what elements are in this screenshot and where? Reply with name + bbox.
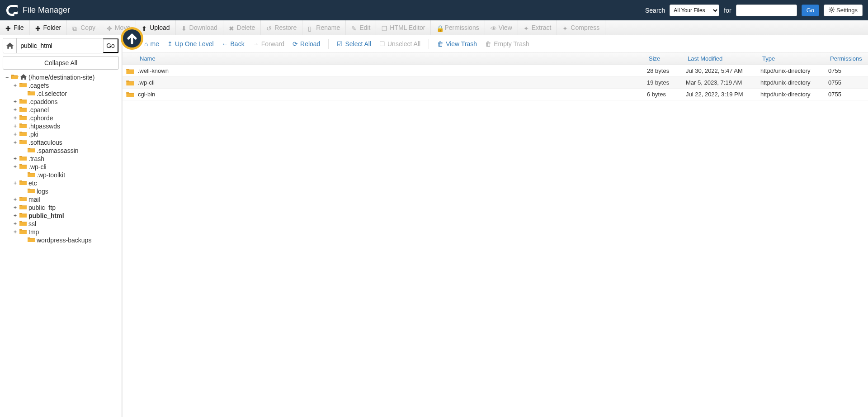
tree-expander[interactable]: + bbox=[13, 139, 18, 146]
tree-label: .cphorde bbox=[28, 114, 53, 122]
tree-label: .trash bbox=[28, 155, 44, 162]
col-name-header[interactable]: Name bbox=[138, 55, 647, 62]
col-size-header[interactable]: Size bbox=[647, 55, 686, 62]
tree-expander[interactable]: + bbox=[13, 204, 18, 211]
tree-item[interactable]: .wp-toolkit bbox=[3, 171, 119, 179]
table-row[interactable]: .well-known28 bytesJul 30, 2022, 5:47 AM… bbox=[123, 65, 868, 77]
tree-item[interactable]: wordpress-backups bbox=[3, 236, 119, 244]
folder-icon bbox=[28, 147, 35, 154]
view-trash-action[interactable]: 🗑 View Trash bbox=[437, 40, 477, 47]
tree-expander[interactable]: + bbox=[13, 107, 18, 113]
tree-expander[interactable]: + bbox=[13, 82, 18, 89]
reload-action[interactable]: ⟳ Reload bbox=[292, 40, 320, 47]
tree-expander[interactable]: + bbox=[13, 164, 18, 170]
toolbar-file-button[interactable]: ✚File bbox=[0, 20, 30, 35]
cell-size: 19 bytes bbox=[647, 79, 686, 86]
tree-item[interactable]: +ssl bbox=[3, 220, 119, 228]
select-all-action[interactable]: ☑ Select All bbox=[337, 40, 371, 47]
tree-label: .pki bbox=[28, 131, 38, 138]
restore-icon: ↺ bbox=[266, 25, 272, 31]
tree-expander[interactable]: + bbox=[13, 156, 18, 162]
folder-open-icon bbox=[11, 74, 19, 81]
tree-expander[interactable]: + bbox=[13, 180, 18, 186]
search-go-button[interactable]: Go bbox=[802, 5, 819, 16]
toolbar-compress-button: ✦Compress bbox=[557, 20, 605, 35]
unselect-all-label: Unselect All bbox=[387, 40, 420, 47]
toolbar-upload-button[interactable]: ⬆Upload bbox=[136, 20, 175, 35]
tree-expander[interactable]: + bbox=[13, 229, 18, 235]
download-icon: ⬇ bbox=[181, 25, 187, 31]
collapse-all-button[interactable]: Collapse All bbox=[3, 56, 119, 70]
tree-item[interactable]: .spamassassin bbox=[3, 147, 119, 155]
plus-icon: ✚ bbox=[5, 25, 11, 31]
gear-icon bbox=[829, 7, 835, 14]
folder-icon bbox=[19, 106, 27, 114]
for-label: for bbox=[724, 7, 731, 14]
col-perm-header[interactable]: Permissions bbox=[828, 55, 868, 62]
tree-expander[interactable]: + bbox=[13, 213, 18, 219]
up-one-level-action[interactable]: ↥ Up One Level bbox=[167, 40, 214, 47]
table-row[interactable]: .wp-cli19 bytesMar 5, 2023, 7:19 AMhttpd… bbox=[123, 77, 868, 89]
tree-label: .htpasswds bbox=[28, 123, 60, 130]
folder-icon bbox=[19, 196, 27, 203]
cell-perm: 0755 bbox=[828, 67, 868, 74]
arrow-left-icon: ← bbox=[222, 40, 228, 47]
search-scope-select[interactable]: All Your Files bbox=[670, 5, 719, 16]
tree-item[interactable]: +.wp-cli bbox=[3, 163, 119, 171]
tree-label: .wp-cli bbox=[28, 163, 47, 171]
tree-expander[interactable]: + bbox=[13, 115, 18, 121]
forward-action[interactable]: → Forward bbox=[253, 40, 284, 47]
path-bar: Go bbox=[3, 38, 119, 53]
col-type-header[interactable]: Type bbox=[760, 55, 828, 62]
tree-item[interactable]: +.cpanel bbox=[3, 106, 119, 114]
col-modified-header[interactable]: Last Modified bbox=[686, 55, 760, 62]
tree-expander[interactable]: + bbox=[13, 221, 18, 227]
home-action[interactable]: ⌂ me bbox=[144, 40, 159, 47]
tree-item[interactable]: +public_ftp bbox=[3, 204, 119, 212]
upload-highlight-badge bbox=[121, 27, 143, 50]
tree-item[interactable]: +public_html bbox=[3, 212, 119, 220]
home-button[interactable] bbox=[3, 38, 17, 53]
tree-label: public_html bbox=[28, 212, 64, 219]
back-action[interactable]: ← Back bbox=[222, 40, 245, 47]
path-go-button[interactable]: Go bbox=[103, 38, 118, 53]
search-input[interactable] bbox=[736, 5, 797, 16]
tree-expander[interactable]: − bbox=[5, 74, 9, 81]
cell-name: cgi-bin bbox=[138, 91, 647, 98]
html-icon: ❐ bbox=[382, 25, 387, 31]
tree-item[interactable]: +.softaculous bbox=[3, 138, 119, 147]
toolbar-edit-button: ✎Edit bbox=[346, 20, 376, 35]
folder-icon bbox=[28, 237, 35, 244]
cell-modified: Jul 30, 2022, 5:47 AM bbox=[686, 67, 760, 74]
tree-label: .softaculous bbox=[28, 139, 62, 146]
tree-expander[interactable]: + bbox=[13, 99, 18, 105]
toolbar-permissions-button: 🔒Permissions bbox=[431, 20, 485, 35]
tree-expander[interactable]: + bbox=[13, 123, 18, 129]
home-action-label: me bbox=[150, 40, 159, 47]
tree-item[interactable]: +.trash bbox=[3, 155, 119, 163]
toolbar-restore-button: ↺Restore bbox=[261, 20, 302, 35]
tree-item[interactable]: −(/home/destination-site) bbox=[3, 73, 119, 81]
tree-item[interactable]: logs bbox=[3, 187, 119, 195]
empty-trash-action[interactable]: 🗑 Empty Trash bbox=[485, 40, 529, 47]
tree-expander[interactable]: + bbox=[13, 131, 18, 137]
tree-item[interactable]: +tmp bbox=[3, 228, 119, 236]
cell-perm: 0755 bbox=[828, 79, 868, 86]
trash-icon: 🗑 bbox=[485, 40, 491, 47]
tree-item[interactable]: +mail bbox=[3, 195, 119, 204]
tree-item[interactable]: +.pki bbox=[3, 130, 119, 138]
toolbar-rename-button: ▯Rename bbox=[302, 20, 346, 35]
tree-item[interactable]: +etc bbox=[3, 179, 119, 187]
tree-item[interactable]: +.cphorde bbox=[3, 114, 119, 122]
unselect-all-action[interactable]: ☐ Unselect All bbox=[379, 40, 420, 47]
settings-button[interactable]: Settings bbox=[824, 5, 863, 16]
tree-label: logs bbox=[37, 188, 48, 195]
path-input[interactable] bbox=[17, 38, 103, 53]
tree-expander[interactable]: + bbox=[13, 196, 18, 203]
tree-item[interactable]: +.cpaddons bbox=[3, 98, 119, 106]
tree-item[interactable]: +.htpasswds bbox=[3, 122, 119, 130]
table-row[interactable]: cgi-bin6 bytesJul 22, 2022, 3:19 PMhttpd… bbox=[123, 89, 868, 100]
tree-item[interactable]: +.cagefs bbox=[3, 81, 119, 90]
tree-item[interactable]: .cl.selector bbox=[3, 90, 119, 98]
toolbar-folder-button[interactable]: ✚Folder bbox=[30, 20, 67, 35]
